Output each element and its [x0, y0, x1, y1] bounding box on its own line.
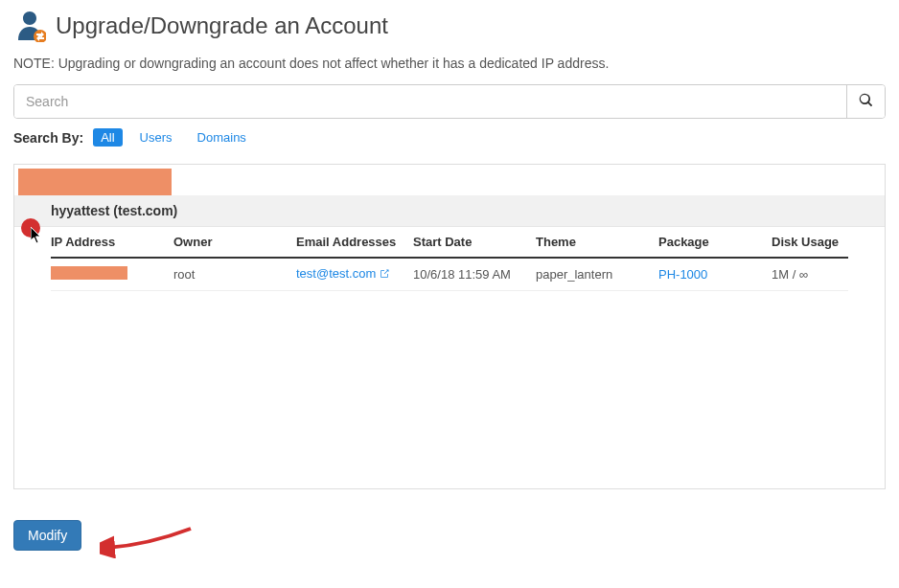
account-arrows-icon — [13, 10, 46, 42]
cell-owner: root — [173, 267, 296, 282]
col-start: Start Date — [413, 235, 536, 249]
cell-email: test@test.com — [296, 266, 413, 283]
filter-users[interactable]: Users — [132, 128, 180, 147]
account-header: hyyattest (test.com) — [14, 195, 885, 227]
redacted-ip — [51, 266, 127, 280]
redacted-block — [18, 169, 172, 195]
email-link[interactable]: test@test.com — [296, 266, 390, 281]
cell-ip — [51, 266, 173, 283]
page-header: Upgrade/Downgrade an Account — [13, 10, 886, 42]
table-header-row: IP Address Owner Email Addresses Start D… — [51, 227, 848, 259]
cell-theme: paper_lantern — [536, 267, 658, 282]
col-email: Email Addresses — [296, 235, 413, 249]
cell-start: 10/6/18 11:59 AM — [413, 267, 536, 282]
cursor-icon — [31, 227, 44, 247]
col-ip: IP Address — [51, 235, 173, 249]
email-text: test@test.com — [296, 266, 376, 281]
cell-disk: 1M / ∞ — [772, 267, 848, 282]
search-input[interactable] — [14, 85, 846, 118]
results-panel: hyyattest (test.com) IP Address Owner Em… — [13, 164, 886, 489]
search-icon — [859, 93, 873, 110]
external-link-icon — [379, 268, 390, 283]
search-by-label: Search By: — [13, 130, 83, 146]
annotation-arrow-icon — [100, 521, 196, 560]
col-disk: Disk Usage — [772, 235, 848, 249]
modify-button[interactable]: Modify — [13, 520, 81, 551]
package-link[interactable]: PH-1000 — [658, 267, 707, 282]
filter-row: Search By: All Users Domains — [13, 128, 886, 147]
footer-row: Modify — [13, 520, 886, 551]
table-row[interactable]: root test@test.com 10/6/18 11:59 AM pape… — [51, 259, 848, 291]
col-owner: Owner — [173, 235, 296, 249]
filter-all[interactable]: All — [93, 128, 122, 147]
page-title: Upgrade/Downgrade an Account — [56, 12, 388, 39]
search-bar — [13, 84, 886, 119]
filter-domains[interactable]: Domains — [190, 128, 254, 147]
col-theme: Theme — [536, 235, 658, 249]
search-button[interactable] — [846, 85, 885, 118]
cell-package: PH-1000 — [658, 267, 772, 282]
account-table: IP Address Owner Email Addresses Start D… — [14, 227, 885, 291]
note-text: NOTE: Upgrading or downgrading an accoun… — [13, 56, 886, 71]
col-package: Package — [658, 235, 772, 249]
